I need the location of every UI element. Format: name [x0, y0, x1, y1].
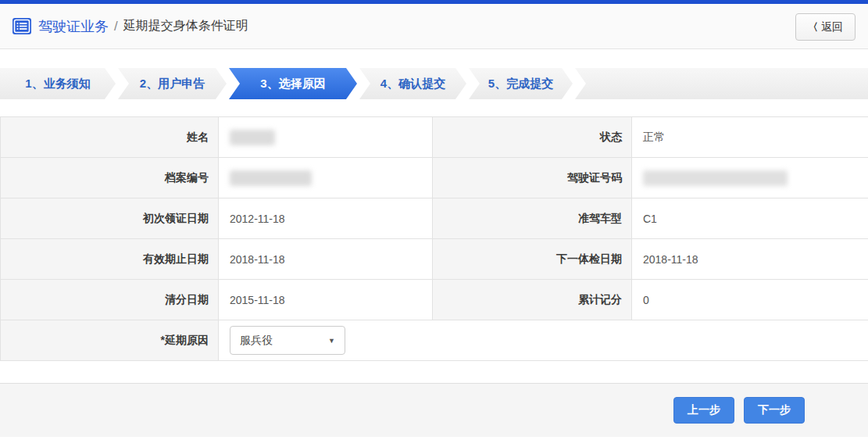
- field-label-expiry-date: 有效期止日期: [1, 239, 219, 280]
- field-label-points-clear-date: 清分日期: [1, 280, 219, 320]
- field-value-next-physical-date: 2018-11-18: [632, 239, 868, 280]
- dropdown-arrow-icon: ▼: [328, 337, 335, 345]
- back-button-label: 返回: [821, 20, 843, 34]
- step-tab-1[interactable]: 1、业务须知: [0, 68, 116, 99]
- next-step-button[interactable]: 下一步: [744, 397, 805, 424]
- field-label-next-physical-date: 下一体检日期: [433, 239, 632, 280]
- field-label-first-issue-date: 初次领证日期: [1, 198, 219, 239]
- table-row: 姓名 状态 正常: [1, 117, 868, 158]
- table-row: *延期原因 服兵役 ▼: [1, 320, 868, 361]
- previous-step-button[interactable]: 上一步: [673, 397, 734, 424]
- defer-reason-selected-option: 服兵役: [240, 334, 273, 348]
- step-tab-5[interactable]: 5、完成提交: [469, 68, 573, 99]
- step-wizard: 1、业务须知 2、用户申告 3、选择原因 4、确认提交 5、完成提交: [0, 68, 868, 99]
- license-detail-table: 姓名 状态 正常 档案编号 驾驶证号码 初次领证日期 2012-11-18 准驾…: [0, 116, 868, 361]
- field-value-vehicle-class: C1: [632, 198, 868, 239]
- field-label-file-number: 档案编号: [1, 158, 219, 198]
- field-value-accumulated-points: 0: [632, 280, 868, 320]
- table-row: 初次领证日期 2012-11-18 准驾车型 C1: [1, 198, 868, 239]
- breadcrumb-separator: /: [114, 19, 118, 34]
- field-label-accumulated-points: 累计记分: [433, 280, 632, 320]
- field-label-defer-reason: *延期原因: [1, 320, 219, 361]
- field-value-defer-reason: 服兵役 ▼: [219, 320, 868, 361]
- back-chevron-icon: 〈: [808, 20, 818, 34]
- step-tab-3-active[interactable]: 3、选择原因: [229, 68, 357, 99]
- field-label-name: 姓名: [1, 117, 219, 158]
- field-label-vehicle-class: 准驾车型: [433, 198, 632, 239]
- field-value-status: 正常: [632, 117, 868, 158]
- table-row: 档案编号 驾驶证号码: [1, 158, 868, 198]
- page-header: 驾驶证业务 / 延期提交身体条件证明 〈 返回: [0, 4, 868, 49]
- field-value-expiry-date: 2018-11-18: [219, 239, 433, 280]
- breadcrumb-secondary: 延期提交身体条件证明: [123, 18, 248, 34]
- step-track-filler: [575, 68, 868, 99]
- step-tab-4[interactable]: 4、确认提交: [359, 68, 466, 99]
- field-value-name: [219, 117, 433, 158]
- step-tab-2[interactable]: 2、用户申告: [118, 68, 227, 99]
- field-value-points-clear-date: 2015-11-18: [219, 280, 433, 320]
- table-row: 有效期止日期 2018-11-18 下一体检日期 2018-11-18: [1, 239, 868, 280]
- field-label-license-number: 驾驶证号码: [433, 158, 632, 198]
- list-icon: [13, 18, 31, 34]
- redacted-value: [230, 170, 312, 186]
- field-label-status: 状态: [433, 117, 632, 158]
- back-button[interactable]: 〈 返回: [795, 13, 855, 41]
- redacted-value: [230, 130, 275, 145]
- footer-action-bar: 上一步 下一步: [0, 383, 868, 437]
- field-value-first-issue-date: 2012-11-18: [219, 198, 433, 239]
- table-row: 清分日期 2015-11-18 累计记分 0: [1, 280, 868, 320]
- field-value-license-number: [632, 158, 868, 198]
- redacted-value: [643, 170, 788, 186]
- defer-reason-select[interactable]: 服兵役 ▼: [230, 326, 345, 355]
- breadcrumb-primary[interactable]: 驾驶证业务: [38, 17, 109, 36]
- field-value-file-number: [219, 158, 433, 198]
